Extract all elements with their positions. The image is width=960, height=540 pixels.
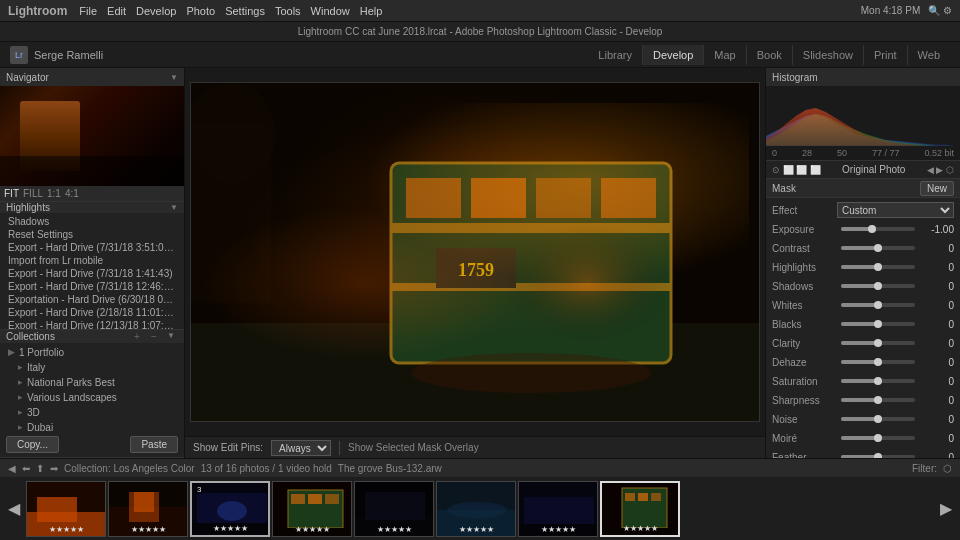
collections-header[interactable]: Collections + − ▼ [0,330,184,343]
filmstrip-nav-1[interactable]: ⬅ [22,463,30,474]
collections-add-icon[interactable]: + [130,331,144,342]
feather-slider[interactable] [841,455,915,458]
navigator-header[interactable]: Navigator ▼ [0,68,184,86]
moire-thumb[interactable] [874,434,882,442]
history-item[interactable]: Export - Hard Drive (7/31/18 3:51:07 PM) [0,241,184,254]
exposure-thumb[interactable] [868,225,876,233]
whites-thumb[interactable] [874,301,882,309]
clarity-thumb[interactable] [874,339,882,347]
exposure-slider[interactable] [841,227,915,231]
filmstrip-images: ◀ ★★★★★ [0,477,960,540]
right-panel: Histogram [765,68,960,458]
filmstrip-nav-3[interactable]: ➡ [50,463,58,474]
dehaze-slider[interactable] [841,360,915,364]
thumb-rating-7: ★★★★★ [519,525,597,534]
saturation-slider[interactable] [841,379,915,383]
history-item[interactable]: Export - Hard Drive (2/18/18 11:01:12) [0,306,184,319]
menu-edit[interactable]: Edit [107,5,126,17]
blacks-thumb[interactable] [874,320,882,328]
zoom-4-1[interactable]: 4:1 [65,188,79,199]
history-item[interactable]: Export - Hard Drive (7/31/18 12:46:01) [0,280,184,293]
whites-slider[interactable] [841,303,915,307]
mask-header[interactable]: Mask New [766,179,960,197]
film-thumb-1[interactable]: ★★★★★ [26,481,106,537]
menu-settings[interactable]: Settings [225,5,265,17]
zoom-fit[interactable]: FIT [4,188,19,199]
history-item[interactable]: Import from Lr mobile [0,254,184,267]
film-thumb-4[interactable]: ★★★★★ [272,481,352,537]
contrast-slider[interactable] [841,246,915,250]
collection-item-italy[interactable]: ▸ Italy [0,360,184,375]
film-thumb-5[interactable]: ★★★★★ [354,481,434,537]
noise-slider[interactable] [841,417,915,421]
contrast-thumb[interactable] [874,244,882,252]
highlights-thumb[interactable] [874,263,882,271]
moire-slider[interactable] [841,436,915,440]
film-thumb-3-active[interactable]: 3 ★★★★★ [190,481,270,537]
blacks-slider[interactable] [841,322,915,326]
filmstrip-prev-icon[interactable]: ◀ [4,499,24,518]
shadows-slider[interactable] [841,284,915,288]
filmstrip-next-icon[interactable]: ▶ [936,499,956,518]
film-thumb-2[interactable]: ★★★★★ [108,481,188,537]
saturation-thumb[interactable] [874,377,882,385]
filmstrip-filter-label: Filter: [912,463,937,474]
tab-slideshow[interactable]: Slideshow [793,45,864,65]
noise-thumb[interactable] [874,415,882,423]
collection-item-portfolio[interactable]: ▶ 1 Portfolio [0,345,184,360]
history-header[interactable]: Highlights ▼ [0,202,184,213]
sharpness-slider[interactable] [841,398,915,402]
histogram-svg [766,86,960,146]
collection-item-landscapes[interactable]: ▸ Various Landscapes [0,390,184,405]
menu-tools[interactable]: Tools [275,5,301,17]
whites-row: Whites 0 [772,297,954,313]
dehaze-thumb[interactable] [874,358,882,366]
collections-list: ▶ 1 Portfolio ▸ Italy ▸ National Parks B… [0,343,184,432]
shadows-thumb[interactable] [874,282,882,290]
tab-library[interactable]: Library [588,45,643,65]
copy-button[interactable]: Copy... [6,436,59,453]
collections-minus-icon[interactable]: − [147,331,161,342]
history-item[interactable]: Export - Hard Drive (12/13/18 1:07:19) [0,319,184,329]
new-mask-button[interactable]: New [920,181,954,196]
history-item[interactable]: Shadows [0,215,184,228]
tab-web[interactable]: Web [908,45,950,65]
histogram-canvas [766,86,960,146]
navigator-title: Navigator [6,72,49,83]
film-thumb-6[interactable]: ★★★★★ [436,481,516,537]
paste-button[interactable]: Paste [130,436,178,453]
noise-label: Noise [772,414,837,425]
clarity-slider[interactable] [841,341,915,345]
highlights-slider[interactable] [841,265,915,269]
sharpness-thumb[interactable] [874,396,882,404]
menu-develop[interactable]: Develop [136,5,176,17]
histogram-header[interactable]: Histogram [766,68,960,86]
effect-select[interactable]: Custom [837,202,954,218]
main-photo[interactable]: 1759 [190,82,760,422]
feather-thumb[interactable] [874,453,882,458]
zoom-1-1[interactable]: 1:1 [47,188,61,199]
menu-help[interactable]: Help [360,5,383,17]
filmstrip-arrows-left[interactable]: ◀ [8,463,16,474]
show-edit-pins-select[interactable]: Always [271,440,331,456]
tab-develop[interactable]: Develop [643,45,704,65]
collection-item-3d[interactable]: ▸ 3D [0,405,184,420]
collection-item-dubai[interactable]: ▸ Dubai [0,420,184,432]
tab-print[interactable]: Print [864,45,908,65]
filter-icon[interactable]: ⬡ [943,463,952,474]
history-item[interactable]: Exportation - Hard Drive (6/30/18 09:57:… [0,293,184,306]
zoom-fill[interactable]: FILL [23,188,43,199]
history-item[interactable]: Export - Hard Drive (7/31/18 1:41:43) [0,267,184,280]
history-item[interactable]: Reset Settings [0,228,184,241]
menu-photo[interactable]: Photo [186,5,215,17]
exposure-value: -1.00 [919,224,954,235]
filmstrip-nav-2[interactable]: ⬆ [36,463,44,474]
film-thumb-7[interactable]: ★★★★★ [518,481,598,537]
folder-icon: ▶ [8,347,15,357]
film-thumb-8-selected[interactable]: ★★★★★ [600,481,680,537]
tab-book[interactable]: Book [747,45,793,65]
tab-map[interactable]: Map [704,45,746,65]
collection-item-national-parks[interactable]: ▸ National Parks Best [0,375,184,390]
menu-file[interactable]: File [79,5,97,17]
menu-window[interactable]: Window [311,5,350,17]
